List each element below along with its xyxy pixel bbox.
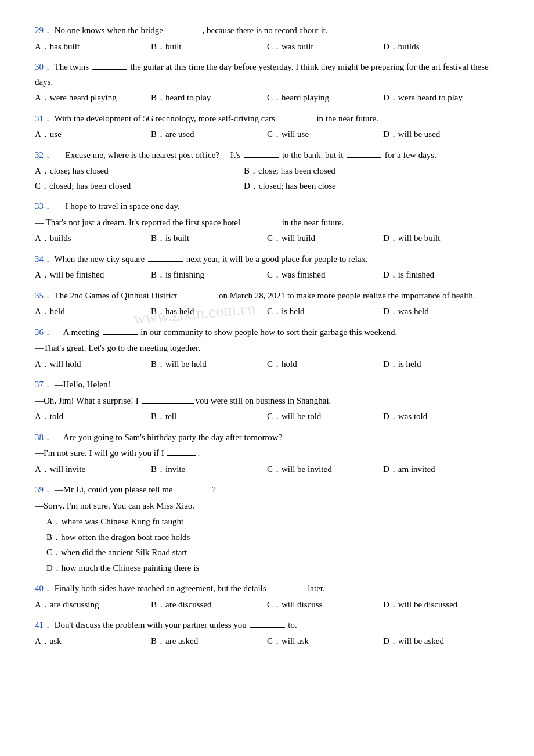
q31-optA: A．use (35, 127, 151, 142)
q34-blank (148, 261, 183, 262)
q37-optB: B．tell (151, 409, 267, 424)
q33-optA: A．builds (35, 231, 151, 246)
q37-number: 37 (35, 380, 44, 389)
q41-blank (250, 627, 285, 628)
q38-optB: B．invite (151, 462, 267, 477)
q29-blank (167, 33, 201, 33)
q37-optA: A．told (35, 409, 151, 424)
q29-body: No one knows when the bridge , because t… (55, 26, 328, 35)
q36-optD: D．is held (383, 357, 499, 372)
q31-optB: B．are used (151, 127, 267, 142)
q41-number: 41 (35, 620, 44, 629)
q33-body2: — That's not just a dream. It's reported… (35, 218, 344, 227)
q37-blank (142, 403, 194, 404)
q32-blank1 (244, 157, 279, 158)
q36-optC: C．hold (267, 357, 383, 372)
question-38: 38． —Are you going to Sam's birthday par… (35, 430, 499, 477)
q31-options: A．use B．are used C．will use D．will be us… (35, 127, 499, 142)
question-33: 33． — I hope to travel in space one day.… (35, 199, 499, 246)
q40-number: 40 (35, 584, 44, 593)
q31-optC: C．will use (267, 127, 383, 142)
q36-body2: —That's great. Let's go to the meeting t… (35, 343, 200, 352)
question-35: 35． The 2nd Games of Qinhuai District on… (35, 289, 499, 319)
q31-number: 31 (35, 114, 44, 123)
q31-optD: D．will be used (383, 127, 499, 142)
q38-body1: —Are you going to Sam's birthday party t… (55, 433, 283, 442)
q30-blank (92, 69, 127, 70)
q35-optC: C．is held (267, 304, 383, 319)
q30-text: 30． The twins the guitar at this time th… (35, 60, 499, 89)
q34-body: When the new city square next year, it w… (54, 254, 367, 264)
q40-optB: B．are discussed (151, 597, 267, 613)
q34-options: A．will be finished B．is finishing C．was … (35, 268, 499, 283)
q31-body: With the development of 5G technology, m… (54, 114, 378, 123)
question-40: 40． Finally both sides have reached an a… (35, 581, 499, 612)
question-31: 31． With the development of 5G technolog… (35, 111, 499, 142)
q32-options: A．close; has closed B．close; has been cl… (35, 164, 499, 193)
q37-text1: 37． —Hello, Helen! (35, 377, 499, 393)
q37-body2: —Oh, Jim! What a surprise! I you were st… (35, 396, 331, 405)
q35-optB: B．has held www.zixin.com.cn (151, 304, 267, 319)
q29-number: 29 (35, 26, 44, 35)
q31-blank (279, 121, 313, 121)
q29-options: A．has built B．built C．was built D．builds (35, 39, 499, 55)
q30-options: A．were heard playing B．heard to play C．h… (35, 91, 499, 106)
q40-blank (269, 591, 304, 591)
question-29: 29． No one knows when the bridge , becau… (35, 23, 499, 54)
q32-opt-row1: A．close; has closed B．close; has been cl… (35, 164, 499, 179)
q29-optA: A．has built (35, 39, 151, 55)
q32-optA: A．close; has closed (35, 164, 244, 179)
q33-optC: C．will build (267, 231, 383, 246)
q31-text: 31． With the development of 5G technolog… (35, 111, 499, 127)
question-41: 41． Don't discuss the problem with your … (35, 618, 499, 649)
q32-number: 32 (35, 150, 44, 160)
q35-number: 35 (35, 291, 44, 300)
q36-number: 36 (35, 327, 44, 337)
q41-text: 41． Don't discuss the problem with your … (35, 618, 499, 633)
q40-text: 40． Finally both sides have reached an a… (35, 581, 499, 596)
q33-optB: B．is built (151, 231, 267, 246)
q38-number: 38 (35, 433, 44, 442)
q35-optA: A．held (35, 304, 151, 319)
q30-optD: D．were heard to play (383, 91, 499, 106)
q33-optD: D．will be built (383, 231, 499, 246)
q41-optD: D．will be asked (383, 634, 499, 649)
question-32: 32． — Excuse me, where is the nearest po… (35, 148, 499, 194)
q33-text2: — That's not just a dream. It's reported… (35, 215, 499, 231)
q39-blank (176, 492, 211, 492)
q37-options: A．told B．tell C．will be told D．was told (35, 409, 499, 424)
q41-options: A．ask B．are asked C．will ask D．will be a… (35, 634, 499, 649)
q36-blank (103, 334, 138, 335)
q34-text: 34． When the new city square next year, … (35, 252, 499, 267)
q30-optC: C．heard playing (267, 91, 383, 106)
q40-options: A．are discussing B．are discussed C．will … (35, 597, 499, 613)
q30-optB: B．heard to play (151, 91, 267, 106)
q36-text2: —That's great. Let's go to the meeting t… (35, 341, 499, 356)
q40-optD: D．will be discussed (383, 597, 499, 613)
q38-optA: A．will invite (35, 462, 151, 477)
q39-text1: 39． —Mr Li, could you please tell me ? (35, 483, 499, 498)
q35-body: The 2nd Games of Qinhuai District on Mar… (54, 291, 475, 300)
q38-optC: C．will be invited (267, 462, 383, 477)
q32-optB: B．close; has been closed (244, 164, 335, 179)
q39-optA: A．where was Chinese Kung fu taught (46, 514, 499, 530)
q39-options: A．where was Chinese Kung fu taught B．how… (35, 514, 499, 575)
q33-body1: — I hope to travel in space one day. (55, 201, 180, 211)
q29-optD: D．builds (383, 39, 499, 55)
q30-optA: A．were heard playing (35, 91, 151, 106)
q36-body1: —A meeting in our community to show peop… (55, 327, 398, 337)
q30-number: 30 (35, 62, 44, 71)
q36-optB: B．will be held (151, 357, 267, 372)
q41-optA: A．ask (35, 634, 151, 649)
q36-options: A．will hold B．will be held C．hold D．is h… (35, 357, 499, 372)
q41-optC: C．will ask (267, 634, 383, 649)
q29-text: 29． No one knows when the bridge , becau… (35, 23, 499, 38)
q34-optC: C．was finished (267, 268, 383, 283)
q33-text1: 33． — I hope to travel in space one day. (35, 199, 499, 214)
q38-optD: D．am invited (383, 462, 499, 477)
q35-optD: D．was held (383, 304, 499, 319)
q34-optD: D．is finished (383, 268, 499, 283)
q29-optB: B．built (151, 39, 267, 55)
q32-optC: C．closed; has been closed (35, 179, 244, 194)
q40-body: Finally both sides have reached an agree… (55, 584, 325, 593)
